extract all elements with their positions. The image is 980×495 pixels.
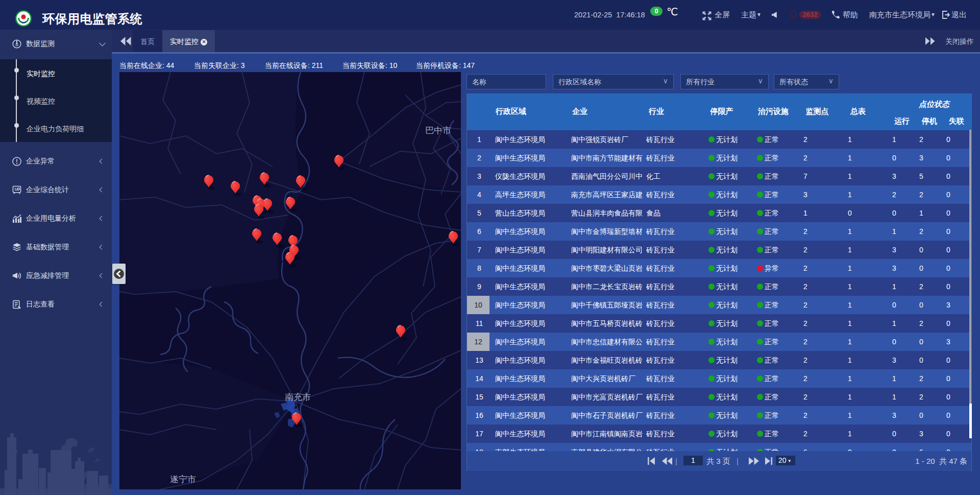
svg-text:南充市: 南充市: [285, 392, 311, 402]
svg-text:巴中市: 巴中市: [425, 126, 451, 135]
svg-text:遂宁市: 遂宁市: [170, 475, 196, 484]
